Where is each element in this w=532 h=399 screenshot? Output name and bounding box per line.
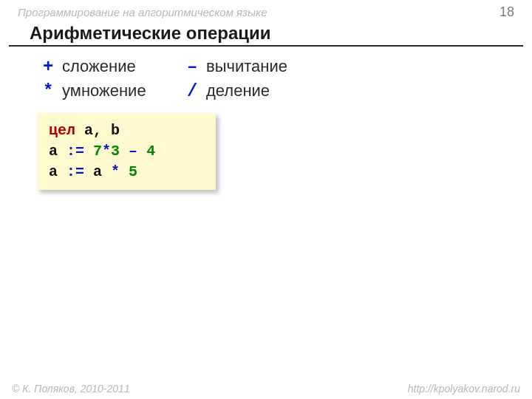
keyword: цел — [49, 122, 75, 139]
page-number: 18 — [499, 4, 514, 20]
op-row-2: * умножение / деление — [43, 81, 532, 101]
code-line-1: цел a, b — [49, 120, 205, 141]
code-text: a — [49, 163, 66, 180]
op-sub: – вычитание — [187, 57, 287, 77]
code-text — [120, 143, 129, 160]
number: 7 — [93, 143, 102, 160]
slide-footer: © К. Поляков, 2010-2011 http://kpolyakov… — [0, 383, 532, 395]
code-text: a, b — [75, 122, 120, 139]
code-line-2: a := 7*3 – 4 — [49, 141, 205, 162]
minus-icon: – — [187, 57, 203, 77]
code-text — [137, 143, 146, 160]
code-text — [120, 163, 129, 180]
code-line-3: a := a * 5 — [49, 162, 205, 183]
plus-icon: + — [43, 57, 59, 77]
assign-op: := — [66, 143, 84, 160]
op-label: сложение — [62, 57, 136, 76]
op-label: деление — [206, 81, 270, 100]
op-mul: * умножение — [43, 81, 187, 101]
slide-header: Программирование на алгоритмическом язык… — [0, 0, 532, 20]
copyright-text: © К. Поляков, 2010-2011 — [12, 383, 130, 395]
number: 4 — [146, 143, 155, 160]
code-text — [84, 143, 93, 160]
number: 5 — [129, 163, 137, 180]
op-div: / деление — [187, 81, 270, 101]
footer-url: http://kpolyakov.narod.ru — [408, 383, 520, 395]
number: 3 — [111, 143, 120, 160]
code-text: a — [84, 163, 111, 180]
asterisk-icon: * — [43, 81, 59, 101]
mul-op: * — [102, 143, 111, 160]
assign-op: := — [66, 163, 84, 180]
op-row-1: + сложение – вычитание — [43, 57, 532, 77]
code-text: a — [49, 143, 66, 160]
op-label: вычитание — [206, 57, 287, 76]
op-add: + сложение — [43, 57, 187, 77]
op-label: умножение — [62, 81, 146, 100]
subject-text: Программирование на алгоритмическом язык… — [18, 6, 267, 18]
sub-op: – — [129, 143, 137, 160]
mul-op: * — [111, 163, 120, 180]
operations-list: + сложение – вычитание * умножение / дел… — [0, 57, 532, 101]
code-box: цел a, b a := 7*3 – 4 a := a * 5 — [37, 113, 216, 190]
slash-icon: / — [187, 81, 203, 101]
page-title: Арифметические операции — [9, 20, 523, 47]
